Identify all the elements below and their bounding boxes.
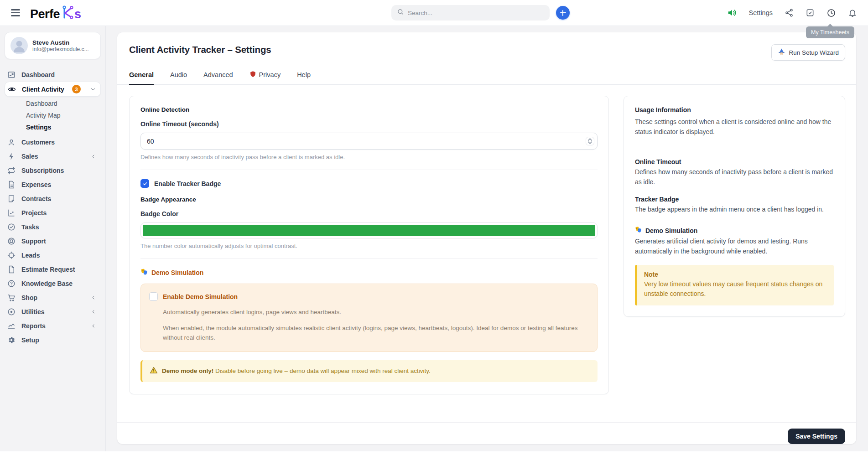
sidebar-item-subscriptions[interactable]: Subscriptions — [5, 163, 101, 177]
theater-masks-icon — [635, 226, 642, 235]
settings-tabs: General Audio Advanced Privacy Help — [117, 71, 856, 85]
sidebar-item-customers[interactable]: Customers — [5, 135, 101, 149]
chevron-left-icon — [91, 295, 96, 300]
sidebar-item-reports[interactable]: Reports — [5, 319, 101, 333]
note-callout: Note Very low timeout values may cause f… — [635, 265, 834, 305]
info-online-timeout-title: Online Timeout — [635, 158, 834, 165]
info-demo-simulation-text: Generates artificial client activity for… — [635, 237, 834, 256]
sidebar-item-sales[interactable]: Sales — [5, 149, 101, 163]
sidebar-item-client-activity[interactable]: Client Activity 3 — [5, 82, 101, 97]
eye-icon — [8, 85, 16, 93]
page-title: Client Activity Tracker – Settings — [129, 44, 271, 55]
sidebar-item-contracts[interactable]: Contracts — [5, 191, 101, 206]
settings-footer: Save Settings — [117, 422, 856, 444]
nav-settings-link[interactable]: Settings — [749, 9, 773, 16]
sidebar-item-expenses[interactable]: Expenses — [5, 177, 101, 191]
settings-page-card: Client Activity Tracker – Settings Run S… — [117, 32, 856, 444]
demo-description-1: Automatically generates client logins, p… — [163, 308, 587, 317]
usage-information-panel: Usage Information These settings control… — [624, 96, 845, 317]
sales-bolt-icon — [7, 152, 16, 160]
logo-text-s: s — [74, 8, 81, 21]
tab-audio[interactable]: Audio — [170, 71, 187, 84]
chevron-left-icon — [91, 309, 96, 315]
tab-privacy[interactable]: Privacy — [249, 71, 281, 84]
enable-tracker-badge-row[interactable]: Enable Tracker Badge — [140, 179, 598, 188]
sidebar-item-projects[interactable]: Projects — [5, 206, 101, 220]
tab-help[interactable]: Help — [297, 71, 311, 84]
demo-description-2: When enabled, the module automatically s… — [163, 324, 587, 342]
enable-demo-simulation-label: Enable Demo Simulation — [163, 293, 238, 300]
online-timeout-input[interactable] — [147, 138, 586, 145]
help-circle-icon — [7, 279, 16, 288]
dashboard-icon — [7, 71, 16, 79]
online-timeout-label: Online Timeout (seconds) — [140, 120, 598, 128]
tasks-check-icon[interactable] — [806, 8, 815, 17]
tracker-badge-checkbox[interactable] — [140, 179, 149, 188]
online-timeout-field — [140, 133, 598, 150]
projects-chart-icon — [7, 209, 16, 217]
badge-color-picker[interactable] — [140, 222, 598, 238]
sidebar-item-utilities[interactable]: Utilities — [5, 305, 101, 319]
demo-simulation-box: Enable Demo Simulation Automatically gen… — [140, 284, 598, 352]
global-search[interactable] — [391, 5, 550, 21]
sidebar-item-knowledge-base[interactable]: Knowledge Base — [5, 276, 101, 290]
sidebar-subitem-activity-map[interactable]: Activity Map — [5, 109, 101, 121]
run-setup-wizard-button[interactable]: Run Setup Wizard — [771, 44, 845, 61]
sidebar-item-shop[interactable]: Shop — [5, 290, 101, 305]
note-text: Very low timeout values may cause freque… — [644, 279, 826, 299]
badge-appearance-heading: Badge Appearance — [140, 196, 598, 203]
enable-tracker-badge-label: Enable Tracker Badge — [154, 180, 221, 187]
timesheets-clock-icon[interactable] — [826, 8, 836, 18]
leads-crosshair-icon — [7, 251, 16, 259]
general-settings-form: Online Detection Online Timeout (seconds… — [129, 96, 609, 394]
volume-icon[interactable] — [727, 8, 737, 18]
demo-simulation-checkbox[interactable] — [149, 292, 158, 301]
hamburger-menu-icon[interactable] — [11, 9, 20, 16]
save-settings-button[interactable]: Save Settings — [788, 429, 845, 444]
contracts-note-icon — [7, 195, 16, 203]
sidebar-item-dashboard[interactable]: Dashboard — [5, 67, 101, 82]
info-demo-simulation-title: Demo Simulation — [635, 226, 834, 235]
tab-general[interactable]: General — [129, 71, 154, 84]
quick-add-button[interactable] — [556, 6, 570, 20]
chevron-left-icon — [91, 154, 96, 159]
tab-advanced[interactable]: Advanced — [203, 71, 233, 84]
enable-demo-simulation-row[interactable]: Enable Demo Simulation — [149, 292, 587, 301]
search-icon — [397, 8, 404, 17]
sidebar-item-label: Dashboard — [21, 71, 55, 78]
warning-text: Disable before going live – demo data wi… — [215, 367, 431, 374]
logo-text: Perfe — [30, 8, 60, 21]
sidebar-item-leads[interactable]: Leads — [5, 248, 101, 262]
search-input[interactable] — [408, 10, 544, 16]
warning-triangle-icon — [150, 366, 158, 376]
avatar — [10, 37, 28, 54]
sidebar-item-estimate-request[interactable]: Estimate Request — [5, 262, 101, 276]
online-timeout-help: Defines how many seconds of inactivity p… — [140, 154, 598, 160]
sidebar-item-tasks[interactable]: Tasks — [5, 220, 101, 234]
notifications-bell-icon[interactable] — [848, 8, 857, 17]
setup-gear-icon — [7, 336, 16, 344]
wizard-icon — [778, 48, 785, 57]
user-profile-card[interactable]: Steve Austin info@perfexmodule.c... — [5, 32, 101, 59]
sidebar-subitem-dashboard[interactable]: Dashboard — [5, 98, 101, 109]
info-online-timeout-text: Defines how many seconds of inactivity p… — [635, 167, 834, 187]
app-logo[interactable]: Perfe s — [30, 5, 81, 21]
theater-masks-icon — [140, 268, 148, 277]
privacy-shield-icon — [249, 71, 256, 79]
online-detection-heading: Online Detection — [140, 106, 598, 113]
share-icon[interactable] — [785, 8, 794, 17]
logo-k-icon — [62, 5, 74, 21]
sidebar-subitem-settings[interactable]: Settings — [5, 121, 101, 133]
sidebar-item-support[interactable]: Support — [5, 234, 101, 248]
reports-trend-icon — [7, 322, 16, 330]
top-navbar: Perfe s Set — [0, 0, 868, 26]
tasks-check-circle-icon — [7, 223, 16, 231]
info-tracker-badge-text: The badge appears in the admin menu once… — [635, 205, 834, 215]
number-stepper[interactable] — [586, 137, 594, 145]
shop-cart-icon — [7, 294, 16, 302]
warning-bold-text: Demo mode only! — [162, 367, 213, 374]
sidebar-item-setup[interactable]: Setup — [5, 333, 101, 347]
expenses-file-icon — [7, 181, 16, 189]
badge-color-help: The number color automatically adjusts f… — [140, 243, 598, 249]
estimate-file-icon — [7, 265, 16, 274]
